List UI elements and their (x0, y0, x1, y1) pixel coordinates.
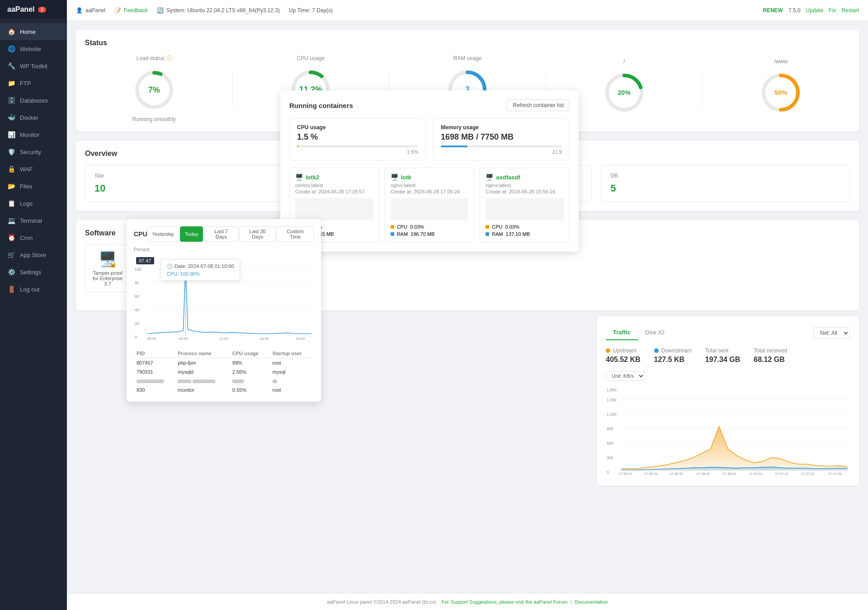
redacted-date2 (193, 380, 215, 383)
databases-icon: 🗄️ (7, 97, 15, 104)
container-lotk: 🖥️ lotk nginx:latest Create at: 2024-06-… (385, 168, 475, 243)
website-icon: 🌐 (7, 45, 15, 52)
gauge-load-value: 7% (148, 85, 160, 95)
tab-traffic[interactable]: Traffic (606, 325, 638, 340)
sidebar-item-databases[interactable]: 🗄️ Databases (0, 92, 67, 109)
svg-text:60: 60 (135, 294, 139, 299)
cpu-chart-title: CPU (134, 230, 147, 238)
total-recv-value: 68.12 GB (754, 356, 787, 364)
process-4: monitor (175, 385, 230, 394)
process-row-1: 807457 php-fpm 99% root (134, 358, 314, 368)
col-pid: PID (134, 349, 175, 358)
renew-button[interactable]: RENEW (763, 7, 783, 14)
gauge-divider-1 (232, 70, 233, 107)
total-sent-label: Total sent (705, 347, 740, 354)
sidebar-item-waf[interactable]: 🔒 WAF (0, 160, 67, 178)
total-recv-label: Total received (754, 347, 787, 354)
ftp-icon: 📁 (7, 80, 15, 87)
svg-text:17:36:51: 17:36:51 (722, 472, 736, 476)
process-3 (175, 376, 230, 385)
upstream-metric: Upstream 405.52 KB (606, 347, 641, 364)
container-lotk2-created: Create at: 2024-06-28 17:28:57 (295, 189, 373, 194)
cpu-1: 99% (230, 358, 270, 368)
gauge-disk-www-circle: 50% (758, 70, 803, 115)
sidebar-item-home[interactable]: 🏠 Home (0, 23, 67, 40)
sidebar-item-logs[interactable]: 📋 Logs (0, 195, 67, 212)
sidebar-item-settings[interactable]: ⚙️ Settings (0, 263, 67, 281)
cpu-time-tabs: Yesterday Today Last 7 Days Last 30 Days… (147, 226, 314, 242)
sidebar-item-logout[interactable]: 🚪 Log out (0, 281, 67, 298)
time-tab-7days[interactable]: Last 7 Days (204, 226, 238, 242)
feedback-link[interactable]: Feedback (124, 7, 148, 14)
footer-docs-link[interactable]: Documentation (575, 599, 608, 605)
svg-text:100: 100 (135, 267, 142, 272)
containers-header: Running containers Refresh container lis… (289, 99, 570, 111)
sidebar-item-security[interactable]: 🛡️ Security (0, 143, 67, 160)
containers-metrics: CPU usage 1.5 % 1.5% Memory usage 1698 M… (289, 118, 570, 160)
sidebar-item-terminal[interactable]: 💻 Terminal (0, 212, 67, 229)
user-3 (270, 376, 314, 385)
main-content: Status Load status ⓘ 7% Running smoothly (67, 21, 868, 593)
container-lotk2-header: 🖥️ lotk2 (295, 174, 373, 181)
unit-select[interactable]: Unit: KB/s (606, 371, 645, 381)
net-select[interactable]: Net: All (813, 327, 850, 339)
sidebar-item-app-store[interactable]: 🛒 App Store (0, 246, 67, 263)
software-item-tamperproof[interactable]: 🖥️ 🔒 Tamper-proof for Enterprise 3.7 (85, 244, 130, 292)
running-containers-panel: Running containers Refresh container lis… (280, 90, 579, 252)
sidebar-label-databases: Databases (20, 97, 48, 104)
topbar-system-info: 🔄 System: Ubuntu 22.04.2 LTS x86_64(Py3.… (157, 7, 280, 14)
time-tab-yesterday[interactable]: Yesterday (147, 226, 179, 242)
container-cpu-percent: 1.5% (297, 149, 418, 155)
col-startup-user: Startup user (270, 349, 314, 358)
topbar-feedback[interactable]: 📝 Feedback (114, 7, 148, 14)
redacted-cpu (232, 380, 244, 383)
sidebar-item-files[interactable]: 📂 Files (0, 178, 67, 195)
tab-disk-io[interactable]: Disk IO (638, 325, 672, 340)
sidebar-item-wp-toolkit[interactable]: 🔧 WP Toolkit (0, 57, 67, 75)
overview-db-value: 5 (610, 183, 840, 194)
footer-support-link[interactable]: For Support Suggestions, please visit th… (442, 599, 568, 605)
container-lotk-ram-row: RAM 196.70 MB (391, 231, 469, 237)
time-tab-30days[interactable]: Last 30 Days (239, 226, 276, 242)
pid-2: 790331 (134, 367, 175, 376)
sidebar-item-docker[interactable]: 🐳 Docker (0, 109, 67, 126)
sidebar-label-security: Security (20, 149, 41, 155)
container-asdfasdf-chart (486, 198, 564, 221)
notification-badge: 0 (38, 7, 46, 13)
sidebar-item-ftp[interactable]: 📁 FTP (0, 75, 67, 92)
fix-button[interactable]: Fix (829, 7, 836, 14)
sidebar-item-website[interactable]: 🌐 Website (0, 40, 67, 57)
pid-4: 830 (134, 385, 175, 394)
topbar-right-actions: RENEW 7.5.0 Update Fix Restart (763, 7, 859, 14)
total-sent-value: 197.34 GB (705, 356, 740, 364)
sidebar-item-monitor[interactable]: 📊 Monitor (0, 126, 67, 143)
container-lotk-cpu-value: 0.03% (410, 224, 424, 230)
refresh-container-list-button[interactable]: Refresh container list (507, 99, 570, 111)
sidebar-label-waf: WAF (20, 166, 33, 173)
time-tab-today[interactable]: Today (180, 226, 203, 242)
container-cpu-label: CPU usage (297, 124, 418, 131)
update-button[interactable]: Update (806, 7, 824, 14)
container-lotk-image: nginx:latest (391, 183, 469, 188)
gauge-disk-www: /www 50% (712, 58, 850, 119)
cpu-2: 2.56% (230, 367, 270, 376)
cpu-y-label: Percent (134, 247, 314, 252)
overview-db: DB 5 (601, 165, 850, 202)
svg-text:0: 0 (135, 335, 137, 339)
container-list: 🖥️ lotk2 centos:latest Create at: 2024-0… (289, 168, 570, 243)
sidebar-label-monitor: Monitor (20, 131, 39, 138)
container-asdfasdf-name: asdfasdf (496, 174, 520, 181)
restart-button[interactable]: Restart (841, 7, 859, 14)
sidebar-label-cron: Cron (20, 235, 33, 241)
footer-copyright: aaPanel Linux panel ©2014-2024 aaPanel (… (327, 599, 436, 605)
svg-text:18:00: 18:00 (260, 337, 269, 341)
info-icon: ⓘ (166, 54, 172, 62)
svg-text:900: 900 (607, 427, 613, 431)
time-tab-custom[interactable]: Custom Time (277, 226, 314, 242)
svg-text:17:36:11: 17:36:11 (619, 472, 632, 476)
container-memory-bar-fill (441, 145, 467, 147)
sidebar-item-cron[interactable]: ⏰ Cron (0, 229, 67, 246)
cpu-process-table: PID Process name CPU usage Startup user … (134, 349, 314, 394)
settings-icon: ⚙️ (7, 268, 15, 276)
process-row-4: 830 monitor 0.55% root (134, 385, 314, 394)
